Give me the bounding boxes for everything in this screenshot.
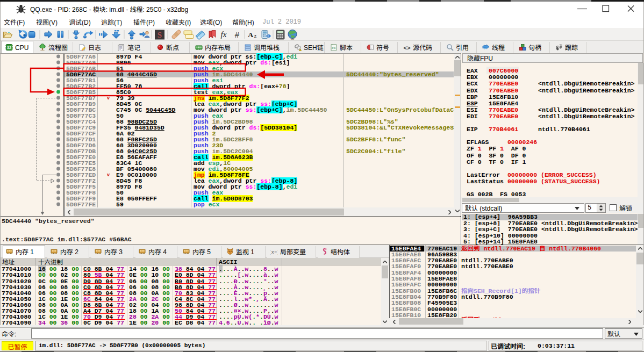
svg-text:[x=]: [x=] [270,250,278,255]
